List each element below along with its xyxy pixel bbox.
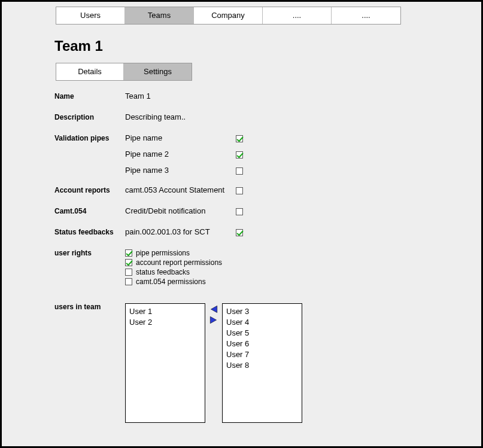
label-account-reports: Account reports	[54, 185, 125, 194]
uright-0-label: pipe permissions	[136, 248, 190, 258]
uright-0-checkbox[interactable]	[125, 249, 132, 257]
tab-users[interactable]: Users	[56, 7, 125, 24]
uright-1-label: account report permissions	[136, 258, 222, 267]
uright-2-checkbox[interactable]	[125, 269, 132, 276]
camt054-checkbox[interactable]	[236, 208, 243, 215]
app-frame: Users Teams Company .... .... Team 1 Det…	[0, 0, 483, 448]
value-status-feedbacks: pain.002.001.03 for SCT	[125, 227, 236, 236]
value-account-reports: camt.053 Account Statement	[125, 185, 236, 194]
subtab-settings[interactable]: Settings	[124, 63, 192, 80]
list-item[interactable]: User 3	[226, 306, 298, 317]
subtab-details[interactable]: Details	[56, 63, 124, 80]
list-item[interactable]: User 1	[129, 306, 201, 317]
list-item[interactable]: User 8	[226, 360, 298, 371]
list-item[interactable]: User 6	[226, 339, 298, 349]
uright-1-checkbox[interactable]	[125, 259, 132, 266]
account-reports-checkbox[interactable]	[236, 187, 243, 194]
remove-user-button[interactable]	[209, 304, 218, 313]
pipe-2-checkbox[interactable]	[236, 167, 243, 175]
pipe-1-checkbox[interactable]	[236, 151, 243, 159]
list-item[interactable]: User 5	[226, 328, 298, 339]
tab-teams[interactable]: Teams	[125, 7, 194, 24]
label-camt054: Camt.054	[54, 206, 125, 215]
pipe-2-label: Pipe name 3	[125, 166, 236, 175]
tab-extra-2[interactable]: ....	[332, 7, 400, 24]
label-user-rights: user rights	[54, 248, 125, 257]
users-assigned-listbox[interactable]: User 1User 2	[125, 303, 205, 423]
svg-marker-0	[211, 306, 217, 312]
pipe-0-checkbox[interactable]	[236, 135, 243, 142]
uright-2-label: status feedbacks	[136, 267, 190, 277]
page-title: Team 1	[54, 38, 481, 54]
pipe-0-label: Pipe name	[125, 133, 236, 142]
label-name: Name	[54, 92, 125, 100]
tab-company[interactable]: Company	[194, 7, 263, 24]
sub-nav: Details Settings	[56, 63, 192, 81]
list-item[interactable]: User 7	[226, 349, 298, 360]
value-camt054: Credit/Debit notification	[125, 206, 236, 215]
tab-extra-1[interactable]: ....	[263, 7, 332, 24]
list-item[interactable]: User 2	[129, 317, 201, 328]
svg-marker-1	[210, 316, 216, 323]
uright-3-label: camt.054 permissions	[136, 277, 206, 287]
top-nav: Users Teams Company .... ....	[56, 7, 401, 25]
label-description: Description	[54, 112, 125, 121]
add-user-button[interactable]	[209, 315, 218, 324]
users-available-listbox[interactable]: User 3User 4User 5User 6User 7User 8	[222, 303, 302, 423]
label-status-feedbacks: Status feedbacks	[54, 227, 125, 236]
value-name: Team 1	[125, 92, 236, 100]
label-validation-pipes: Validation pipes	[54, 133, 125, 142]
status-feedbacks-checkbox[interactable]	[236, 229, 243, 236]
form-area: Name Team 1 Description Describing team.…	[54, 92, 481, 423]
value-description: Describing team..	[125, 112, 236, 121]
pipe-1-label: Pipe name 2	[125, 150, 236, 159]
list-item[interactable]: User 4	[226, 317, 298, 328]
label-users-in-team: users in team	[54, 302, 125, 311]
uright-3-checkbox[interactable]	[125, 278, 132, 285]
